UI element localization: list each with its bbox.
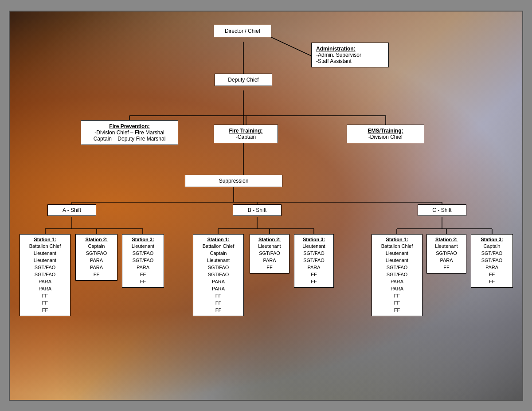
administration-line1: -Admin. Supervisor (316, 52, 384, 58)
b-shift-station3: Station 3:LieutenantSGT/FAOSGT/FAOPARAFF… (294, 234, 334, 288)
a-shift-station3: Station 3:LieutenantSGT/FAOSGT/FAOPARAFF… (122, 234, 164, 288)
fire-prevention-title: Fire Prevention: (85, 123, 174, 129)
b-shift-box: B - Shift (233, 204, 282, 216)
c-shift-box: C - Shift (418, 204, 466, 216)
ems-training-line1: -Division Chief (351, 134, 420, 140)
a-shift-station1: Station 1:Battalion ChiefLieutenantLieut… (20, 234, 70, 316)
ems-training-box: EMS/Training: -Division Chief (347, 125, 424, 143)
b-shift-station1: Station 1:Battalion ChiefCaptainLieutena… (193, 234, 244, 316)
administration-box: Administration: -Admin. Supervisor -Staf… (311, 43, 389, 67)
fire-training-box: Fire Training: -Captain (214, 125, 278, 143)
administration-title: Administration: (316, 46, 384, 52)
a-shift-label: A - Shift (63, 207, 81, 213)
director-chief-label: Director / Chief (225, 28, 260, 34)
svg-line-0 (271, 37, 311, 56)
b-shift-label: B - Shift (248, 207, 267, 213)
fire-prevention-box: Fire Prevention: -Division Chief – Fire … (81, 120, 178, 145)
c-shift-station2: Station 2:LieutenantSGT/FAOPARAFF (426, 234, 466, 274)
suppression-box: Suppression (185, 175, 282, 187)
chart-area: Director / Chief Administration: -Admin.… (10, 12, 522, 400)
fire-training-title: Fire Training: (218, 128, 274, 134)
a-shift-box: A - Shift (47, 204, 96, 216)
c-shift-station1: Station 1:Battalion ChiefLieutenantLieut… (372, 234, 422, 316)
director-chief-box: Director / Chief (214, 25, 271, 37)
fire-training-line1: -Captain (218, 134, 274, 140)
administration-line2: -Staff Assistant (316, 58, 384, 64)
c-shift-station3: Station 3:CaptainSGT/FAOSGT/FAOPARAFFFF (471, 234, 513, 288)
c-shift-label: C - Shift (432, 207, 451, 213)
outer-frame: Director / Chief Administration: -Admin.… (9, 11, 523, 401)
b-shift-station2: Station 2:LieutenantSGT/FAOPARAFF (250, 234, 289, 274)
deputy-chief-box: Deputy Chief (215, 74, 272, 86)
deputy-chief-label: Deputy Chief (228, 77, 258, 83)
ems-training-title: EMS/Training: (351, 128, 420, 134)
fire-prevention-line2: Captain – Deputy Fire Marshal (85, 136, 174, 142)
a-shift-station2: Station 2:CaptainSGT/FAOPARAPARAFF (75, 234, 117, 281)
fire-prevention-line1: -Division Chief – Fire Marshal (85, 129, 174, 136)
suppression-label: Suppression (219, 178, 249, 184)
